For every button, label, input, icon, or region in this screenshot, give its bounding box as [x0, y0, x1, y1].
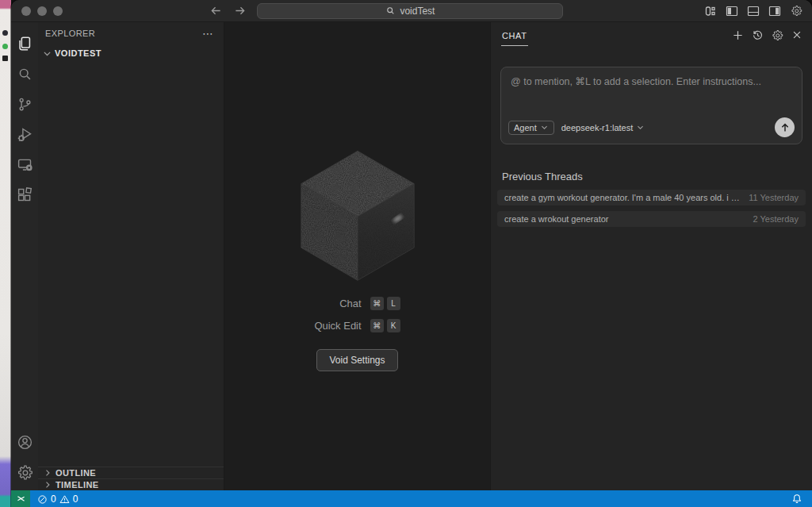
minimize-window-button[interactable] — [37, 6, 47, 16]
screen: voidTest — [0, 0, 812, 507]
command-center-label: voidTest — [400, 6, 435, 17]
l-keycap: L — [387, 297, 400, 310]
chevron-down-icon — [42, 48, 52, 59]
command-center-search[interactable]: voidTest — [257, 3, 563, 19]
timeline-section-header[interactable]: TIMELINE — [38, 478, 224, 490]
chevron-right-icon — [43, 480, 52, 490]
chat-input[interactable] — [501, 67, 802, 117]
explorer-sidebar: EXPLORER ⋯ VOIDTEST OUTLINE TIMELINE — [38, 22, 224, 490]
warnings-icon — [59, 494, 70, 505]
chevron-down-icon — [636, 123, 645, 132]
errors-count: 0 — [51, 494, 56, 505]
close-window-button[interactable] — [21, 6, 31, 16]
chat-settings-gear-icon[interactable] — [770, 28, 784, 42]
background-dot — [2, 44, 8, 49]
toggle-primary-sidebar-icon[interactable] — [725, 4, 739, 18]
previous-threads-header: Previous Threads — [502, 171, 801, 182]
errors-icon — [37, 494, 48, 505]
titlebar: voidTest — [11, 0, 812, 22]
void-cube-graphic — [298, 146, 417, 281]
explorer-files-icon[interactable] — [13, 29, 36, 59]
explorer-header: EXPLORER ⋯ — [38, 22, 224, 44]
keyboard-shortcut-hints: Chat ⌘ L Quick Edit ⌘ K — [314, 297, 400, 332]
warnings-count: 0 — [73, 494, 79, 505]
search-icon — [385, 6, 396, 16]
traffic-lights — [21, 6, 63, 16]
mode-select-value: Agent — [514, 123, 537, 133]
quick-edit-shortcut-label: Quick Edit — [314, 320, 361, 332]
chat-history-icon[interactable] — [750, 28, 764, 42]
run-debug-icon[interactable] — [13, 119, 36, 149]
background-dot — [2, 56, 8, 61]
toggle-secondary-sidebar-icon[interactable] — [768, 4, 782, 18]
thread-meta: 11 Yesterday — [749, 193, 799, 202]
model-select-dropdown[interactable]: deepseek-r1:latest — [561, 123, 645, 133]
mode-select-dropdown[interactable]: Agent — [508, 121, 554, 135]
titlebar-settings-gear-icon[interactable] — [789, 4, 803, 18]
close-panel-icon[interactable] — [790, 28, 804, 42]
remote-indicator[interactable] — [11, 490, 30, 507]
toggle-panel-icon[interactable] — [746, 4, 760, 18]
cmd-keycap: ⌘ — [370, 297, 384, 310]
navigate-forward-icon[interactable] — [233, 5, 246, 17]
thread-title: create a wrokout generator — [504, 214, 747, 224]
activity-bar — [11, 22, 38, 490]
workspace-folder-row[interactable]: VOIDTEST — [38, 44, 224, 62]
timeline-section-label: TIMELINE — [56, 480, 99, 490]
navigate-back-icon[interactable] — [209, 5, 222, 17]
manage-settings-gear-icon[interactable] — [13, 457, 36, 487]
thread-list-item[interactable]: create a wrokout generator 2 Yesterday — [497, 211, 806, 227]
cmd-keycap: ⌘ — [370, 319, 384, 332]
workspace-folder-name: VOIDTEST — [55, 48, 102, 58]
previous-threads-list: create a gym workout generator. I'm a ma… — [497, 190, 806, 227]
status-bar: 0 0 — [11, 490, 812, 507]
remote-explorer-icon[interactable] — [13, 149, 36, 179]
notifications-bell-icon[interactable] — [790, 492, 804, 506]
source-control-icon[interactable] — [13, 89, 36, 119]
arrow-up-icon — [779, 122, 791, 133]
zoom-window-button[interactable] — [53, 6, 63, 16]
customize-layout-icon[interactable] — [703, 4, 718, 18]
explorer-title: EXPLORER — [45, 29, 95, 38]
outline-section-label: OUTLINE — [56, 468, 96, 478]
k-keycap: K — [387, 319, 400, 332]
thread-meta: 2 Yesterday — [753, 214, 799, 224]
background-desktop-sliver — [0, 0, 11, 507]
outline-section-header[interactable]: OUTLINE — [38, 467, 224, 478]
thread-list-item[interactable]: create a gym workout generator. I'm a ma… — [497, 190, 806, 205]
chat-panel-header: CHAT — [491, 22, 812, 48]
void-editor-window: voidTest — [11, 0, 812, 507]
main-area: EXPLORER ⋯ VOIDTEST OUTLINE TIMELINE — [11, 22, 812, 490]
thread-title: create a gym workout generator. I'm a ma… — [504, 193, 742, 202]
void-settings-button[interactable]: Void Settings — [316, 349, 397, 371]
chevron-right-icon — [43, 468, 52, 478]
chat-tab[interactable]: CHAT — [501, 25, 528, 46]
remote-window-icon — [16, 494, 26, 504]
chat-input-container: Agent deepseek-r1:latest — [500, 67, 802, 144]
new-chat-plus-icon[interactable] — [730, 28, 745, 42]
history-navigation — [209, 5, 246, 17]
account-icon[interactable] — [13, 427, 36, 457]
problems-indicator[interactable]: 0 0 — [37, 494, 78, 505]
chat-shortcut-label: Chat — [339, 298, 361, 309]
chat-input-toolbar: Agent deepseek-r1:latest — [501, 117, 802, 144]
model-select-value: deepseek-r1:latest — [561, 123, 634, 133]
background-dot — [2, 30, 8, 36]
quick-edit-shortcut-row: Quick Edit ⌘ K — [314, 319, 400, 332]
editor-welcome-area: Chat ⌘ L Quick Edit ⌘ K Void — [224, 22, 490, 490]
titlebar-layout-controls — [703, 4, 803, 18]
chevron-down-icon — [540, 123, 549, 132]
extensions-icon[interactable] — [13, 179, 36, 209]
chat-panel: CHAT Agent — [490, 22, 812, 490]
chat-header-actions — [730, 28, 804, 42]
explorer-more-actions-icon[interactable]: ⋯ — [202, 27, 214, 40]
search-sidebar-icon[interactable] — [13, 59, 36, 89]
chat-shortcut-row: Chat ⌘ L — [314, 297, 400, 310]
send-message-button[interactable] — [775, 117, 795, 137]
